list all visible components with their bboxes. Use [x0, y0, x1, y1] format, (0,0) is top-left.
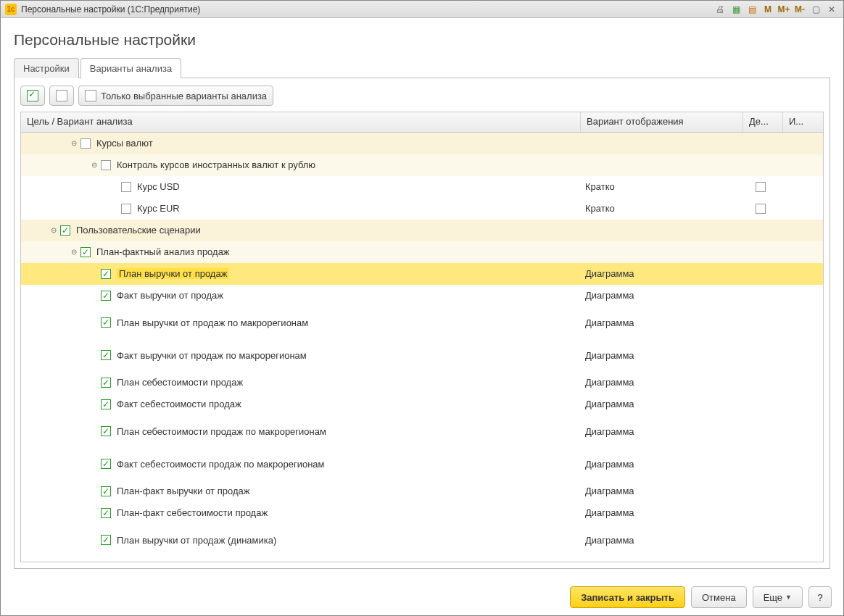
- row-label: План выручки от продаж (динамика): [117, 535, 276, 546]
- row-checkbox[interactable]: [101, 291, 111, 301]
- expand-toggle-icon[interactable]: ⊖: [89, 160, 99, 170]
- row-checkbox[interactable]: [60, 225, 70, 236]
- cell-col3: [743, 524, 783, 556]
- more-button[interactable]: Еще ▼: [753, 586, 803, 608]
- table-row[interactable]: План выручки от продажДиаграмма: [21, 263, 823, 285]
- close-icon[interactable]: ✕: [824, 3, 839, 16]
- tab-variants[interactable]: Варианты анализа: [80, 58, 181, 78]
- content-area: Персональные настройки Настройки Вариант…: [1, 18, 843, 579]
- table-row[interactable]: Факт выручки от продажДиаграмма: [21, 285, 823, 307]
- row-label: План себестоимости продаж по макрорегион…: [117, 426, 326, 437]
- cell-col3: [743, 339, 783, 371]
- col-header-4[interactable]: И...: [783, 112, 823, 132]
- row-checkbox[interactable]: [80, 247, 91, 257]
- row-label: Курс USD: [137, 181, 180, 192]
- table-row[interactable]: Курс EURКратко: [21, 198, 823, 220]
- cell-col4: [783, 263, 823, 284]
- table-row[interactable]: ⊖Контроль курсов иностранных валют к руб…: [21, 154, 823, 176]
- save-and-close-button[interactable]: Записать и закрыть: [570, 586, 685, 608]
- table-row[interactable]: План-факт себестоимости продажДиаграмма: [21, 502, 823, 524]
- cell-display: Диаграмма: [581, 502, 743, 523]
- table-row[interactable]: ⊖Пользовательские сценарии: [21, 220, 823, 241]
- row-checkbox[interactable]: [101, 535, 111, 545]
- cell-target: Курс USD: [21, 176, 581, 197]
- uncheck-all-icon: [56, 90, 67, 101]
- table-row[interactable]: План себестоимости продажДиаграмма: [21, 372, 823, 394]
- cell-col3: [743, 220, 783, 241]
- col3-checkbox[interactable]: [756, 182, 766, 192]
- row-checkbox[interactable]: [101, 399, 111, 409]
- expand-toggle-icon[interactable]: ⊖: [49, 225, 59, 236]
- row-checkbox[interactable]: [101, 317, 111, 328]
- tab-settings[interactable]: Настройки: [14, 58, 79, 78]
- analysis-grid: Цель / Вариант анализа Вариант отображен…: [20, 112, 824, 562]
- row-label: Факт себестоимости продаж по макрорегион…: [117, 459, 325, 470]
- cell-col3: [743, 154, 783, 175]
- cell-col4: [783, 448, 823, 480]
- memory-mplus-button[interactable]: M+: [777, 3, 791, 16]
- grid-header: Цель / Вариант анализа Вариант отображен…: [21, 112, 823, 133]
- row-checkbox[interactable]: [101, 160, 111, 170]
- cell-col3: [743, 176, 783, 197]
- select-all-button[interactable]: [20, 86, 45, 106]
- cell-display: Диаграмма: [581, 339, 743, 371]
- cell-target: План-факт выручки от продаж: [21, 480, 581, 501]
- cell-display: Кратко: [581, 176, 743, 197]
- cell-col4: [783, 241, 823, 262]
- expand-toggle-icon[interactable]: ⊖: [69, 138, 79, 149]
- cell-target: Курс EUR: [21, 198, 581, 219]
- cell-display: [581, 220, 743, 241]
- row-checkbox[interactable]: [101, 426, 111, 436]
- expand-toggle-icon[interactable]: ⊖: [69, 247, 79, 257]
- unselect-all-button[interactable]: [49, 86, 74, 106]
- row-checkbox[interactable]: [101, 269, 111, 279]
- cell-col4: [783, 502, 823, 523]
- table-row[interactable]: Факт себестоимости продаж по макрорегион…: [21, 448, 823, 480]
- table-row[interactable]: Курс USDКратко: [21, 176, 823, 198]
- page-title: Персональные настройки: [14, 31, 830, 49]
- only-selected-toggle[interactable]: Только выбранные варианты анализа: [78, 86, 273, 106]
- memory-m-button[interactable]: M: [761, 3, 775, 16]
- print-icon[interactable]: 🖨: [713, 3, 727, 16]
- table-row[interactable]: ⊖План-фактный анализ продаж: [21, 241, 823, 263]
- row-label: План-фактный анализ продаж: [96, 246, 230, 257]
- cell-target: Факт себестоимости продаж по макрорегион…: [21, 448, 581, 480]
- table-row[interactable]: План себестоимости продаж по макрорегион…: [21, 415, 823, 448]
- col-header-display[interactable]: Вариант отображения: [581, 112, 743, 132]
- row-checkbox[interactable]: [101, 378, 111, 388]
- row-checkbox[interactable]: [101, 508, 111, 518]
- row-label: Контроль курсов иностранных валют к рубл…: [117, 159, 315, 170]
- row-checkbox[interactable]: [101, 486, 111, 496]
- table-row[interactable]: План выручки от продаж (динамика)Диаграм…: [21, 524, 823, 557]
- memory-mminus-button[interactable]: M-: [793, 3, 807, 16]
- cell-display: Диаграмма: [581, 448, 743, 480]
- table-row[interactable]: План выручки от продаж по макрорегионамД…: [21, 307, 823, 339]
- cell-display: Диаграмма: [581, 394, 743, 415]
- app-window: 1c Персональные настройки (1С:Предприяти…: [0, 0, 844, 616]
- cell-col4: [783, 480, 823, 501]
- cancel-button[interactable]: Отмена: [691, 586, 747, 608]
- row-checkbox[interactable]: [121, 204, 131, 214]
- row-label: План-факт выручки от продаж: [117, 486, 249, 496]
- table-row[interactable]: Факт себестоимости продажДиаграмма: [21, 394, 823, 415]
- col-header-target[interactable]: Цель / Вариант анализа: [21, 112, 581, 132]
- help-button[interactable]: ?: [808, 586, 832, 608]
- col3-checkbox[interactable]: [756, 204, 766, 214]
- tabs: Настройки Варианты анализа: [14, 57, 830, 78]
- cell-col4: [783, 524, 823, 556]
- table-row[interactable]: Факт выручки от продаж по макрорегионамД…: [21, 339, 823, 372]
- more-button-label: Еще: [764, 592, 782, 603]
- grid-icon[interactable]: ▦: [729, 3, 743, 16]
- row-checkbox[interactable]: [101, 459, 111, 469]
- cell-target: ⊖Пользовательские сценарии: [21, 220, 581, 241]
- row-checkbox[interactable]: [121, 182, 131, 192]
- row-label: План-факт себестоимости продаж: [117, 507, 268, 518]
- maximize-icon[interactable]: ▢: [808, 3, 823, 16]
- calendar-icon[interactable]: ▤: [745, 3, 759, 16]
- col-header-3[interactable]: Де...: [743, 112, 783, 132]
- row-checkbox[interactable]: [101, 350, 111, 360]
- row-checkbox[interactable]: [80, 138, 91, 149]
- grid-body[interactable]: ⊖Курсы валют⊖Контроль курсов иностранных…: [21, 133, 823, 562]
- table-row[interactable]: План-факт выручки от продажДиаграмма: [21, 480, 823, 502]
- table-row[interactable]: ⊖Курсы валют: [21, 133, 823, 154]
